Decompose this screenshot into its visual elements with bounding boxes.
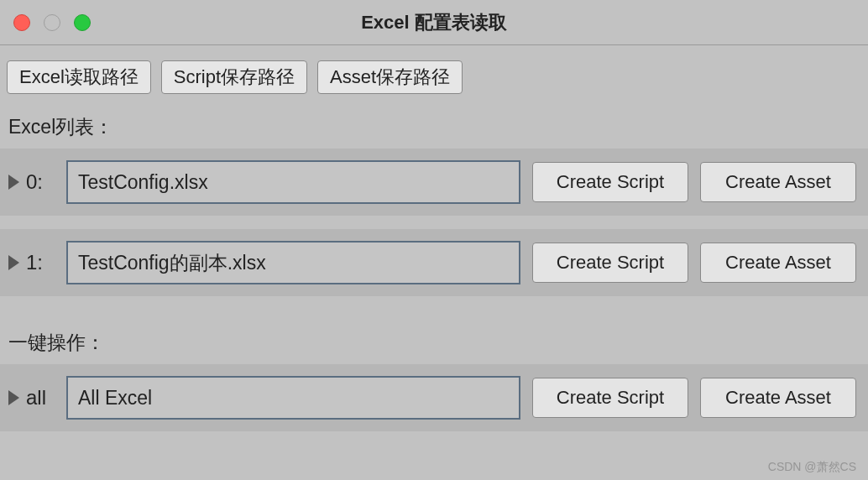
maximize-icon[interactable] [74,14,91,31]
close-icon[interactable] [13,14,30,31]
foldout-toggle[interactable]: 0: [8,170,55,194]
foldout-toggle[interactable]: all [8,386,55,410]
chevron-right-icon [8,175,19,190]
row-index-label: 0: [26,170,55,194]
filename-field[interactable] [66,241,520,284]
batch-row: all Create Script Create Asset [0,364,868,431]
foldout-toggle[interactable]: 1: [8,251,55,274]
chevron-right-icon [8,390,19,405]
create-asset-button[interactable]: Create Asset [700,243,856,283]
create-script-button[interactable]: Create Script [532,162,688,202]
chevron-right-icon [8,255,19,270]
filename-field[interactable] [66,376,520,420]
row-all-label: all [26,386,55,410]
list-item: 0: Create Script Create Asset [0,149,868,216]
excel-list-label: Excel列表： [0,94,868,149]
script-path-button[interactable]: Script保存路径 [161,60,307,94]
title-bar: Excel 配置表读取 [0,0,868,45]
watermark: CSDN @萧然CS [768,460,856,475]
window-title: Excel 配置表读取 [361,10,507,35]
row-index-label: 1: [26,251,55,274]
minimize-icon[interactable] [44,14,60,31]
asset-path-button[interactable]: Asset保存路径 [317,60,463,94]
excel-path-button[interactable]: Excel读取路径 [7,60,151,94]
create-asset-all-button[interactable]: Create Asset [700,378,856,418]
list-item: 1: Create Script Create Asset [0,229,868,296]
create-asset-button[interactable]: Create Asset [700,162,856,202]
traffic-lights [0,14,91,31]
create-script-button[interactable]: Create Script [532,243,688,283]
top-button-bar: Excel读取路径 Script保存路径 Asset保存路径 [0,45,868,94]
batch-label: 一键操作： [0,310,868,364]
create-script-all-button[interactable]: Create Script [532,378,688,418]
filename-field[interactable] [66,160,520,204]
